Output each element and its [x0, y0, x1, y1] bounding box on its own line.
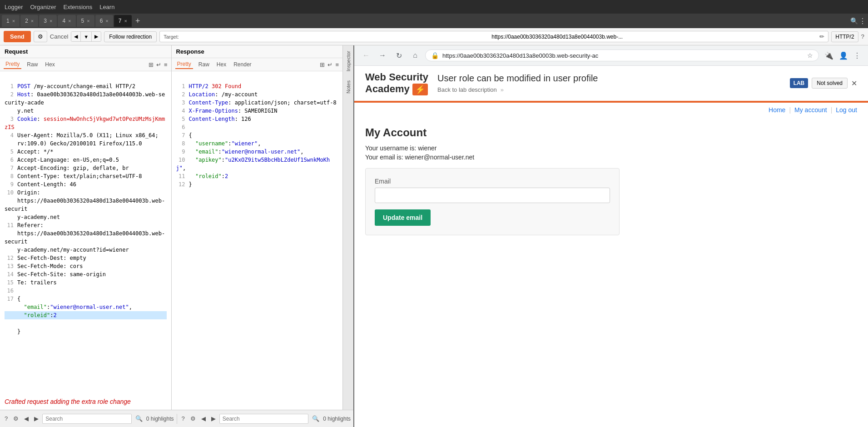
- url-text: https://0aae00b3036320a480d13a8e0003b.we…: [442, 52, 804, 59]
- nav-logger[interactable]: Logger: [5, 4, 23, 10]
- notes-tool[interactable]: Notes: [345, 77, 352, 97]
- request-content: 1POST /my-account/change-email HTTP/2 2H…: [0, 71, 171, 393]
- nav-organizer[interactable]: Organizer: [30, 4, 56, 10]
- browser-panel: ← → ↻ ⌂ 🔒 https://0aae00b3036320a480d13a…: [354, 45, 868, 427]
- username-info: Your username is: wiener: [365, 144, 857, 152]
- response-header: Response: [172, 45, 343, 58]
- nav-forward-button[interactable]: ▶: [92, 32, 101, 41]
- right-help-button[interactable]: ?: [180, 414, 187, 423]
- http-version-badge: HTTP/2: [831, 31, 858, 42]
- left-search-button[interactable]: 🔍: [134, 414, 144, 423]
- response-content: 1HTTP/2 302 Found 2Location: /my-account…: [172, 71, 343, 410]
- extensions-button[interactable]: 🔌: [823, 50, 835, 62]
- browser-back-button[interactable]: ←: [360, 49, 372, 62]
- request-toolbar: Send ⚙ Cancel ◀ ▼ ▶ Follow redirection T…: [0, 28, 868, 45]
- nav-down-button[interactable]: ▼: [81, 32, 92, 41]
- right-highlights-badge: 0 highlights: [323, 416, 351, 422]
- cancel-button[interactable]: Cancel: [50, 33, 68, 40]
- wsa-header: Web Security Academy ⚡ User role can be …: [354, 66, 868, 101]
- target-url-bar: Target: https://0aae00b3036320a480d13a8e…: [159, 31, 828, 42]
- nav-back-button[interactable]: ◀: [71, 32, 81, 41]
- browser-refresh-button[interactable]: ↻: [392, 49, 405, 62]
- nav-extensions[interactable]: Extensions: [64, 4, 93, 10]
- request-icon-grid[interactable]: ⊞: [149, 61, 154, 68]
- response-tab-raw[interactable]: Raw: [197, 60, 211, 69]
- wsa-main: My Account Your username is: wiener Your…: [354, 117, 868, 244]
- tab-more-icon[interactable]: ⋮: [859, 17, 866, 25]
- wsa-lab-title: User role can be modified in user profil…: [437, 73, 781, 84]
- update-email-form: Email Update email: [365, 168, 620, 235]
- request-icon-more[interactable]: ≡: [164, 61, 168, 68]
- response-tab-pretty[interactable]: Pretty: [175, 60, 193, 69]
- email-input[interactable]: [375, 188, 610, 203]
- wsa-logo-text-block: Web Security Academy ⚡: [365, 71, 428, 95]
- help-button[interactable]: ?: [861, 33, 864, 40]
- request-pane: Request Pretty Raw Hex ⊞ ↵ ≡ 1POST /my-a…: [0, 45, 172, 410]
- wsa-logo-line1: Web Security: [365, 71, 428, 83]
- menu-button[interactable]: ⋮: [852, 50, 863, 62]
- tab-6[interactable]: 6×: [95, 15, 113, 27]
- send-button[interactable]: Send: [4, 31, 31, 42]
- nav-my-account-link[interactable]: My account: [794, 106, 827, 114]
- nav-log-out-link[interactable]: Log out: [836, 106, 857, 114]
- right-search-input[interactable]: [219, 414, 309, 424]
- tab-7[interactable]: 7×: [114, 15, 132, 27]
- browser-chrome: ← → ↻ ⌂ 🔒 https://0aae00b3036320a480d13a…: [354, 45, 868, 66]
- left-back-button[interactable]: ◀: [22, 414, 30, 423]
- update-email-button[interactable]: Update email: [375, 209, 431, 226]
- response-icon-more[interactable]: ≡: [335, 61, 339, 68]
- nav-learn[interactable]: Learn: [99, 4, 114, 10]
- request-tab-raw[interactable]: Raw: [25, 60, 40, 69]
- left-forward-button[interactable]: ▶: [32, 414, 40, 423]
- tab-2[interactable]: 2×: [20, 15, 38, 27]
- right-search-button[interactable]: 🔍: [310, 414, 321, 423]
- left-search-input[interactable]: [42, 414, 132, 424]
- req-res-area: Request Pretty Raw Hex ⊞ ↵ ≡ 1POST /my-a…: [0, 45, 353, 410]
- browser-actions: 🔌 👤 ⋮: [823, 50, 863, 62]
- left-settings-button[interactable]: ⚙: [11, 414, 20, 423]
- follow-redirection-button[interactable]: Follow redirection: [104, 31, 157, 42]
- email-info: Your email is: wiener@normal-user.net: [365, 154, 857, 161]
- request-icon-wrap[interactable]: ↵: [156, 61, 161, 68]
- tab-search-icon[interactable]: 🔍: [850, 17, 858, 25]
- add-tab-button[interactable]: +: [133, 16, 143, 26]
- send-options-button[interactable]: ⚙: [34, 31, 47, 42]
- edit-target-button[interactable]: ✏: [819, 33, 824, 40]
- tab-4[interactable]: 4×: [58, 15, 75, 27]
- right-back-button[interactable]: ◀: [199, 414, 208, 423]
- right-settings-button[interactable]: ⚙: [188, 414, 198, 423]
- back-to-lab-link[interactable]: Back to lab description: [437, 86, 497, 93]
- response-icon-wrap[interactable]: ↵: [327, 61, 332, 68]
- lab-tag: LAB: [790, 78, 808, 88]
- left-highlights-badge: 0 highlights: [146, 416, 174, 422]
- right-forward-button[interactable]: ▶: [209, 414, 218, 423]
- response-tab-render[interactable]: Render: [232, 60, 253, 69]
- nav-home-link[interactable]: Home: [769, 106, 785, 114]
- request-tab-pretty[interactable]: Pretty: [4, 60, 21, 69]
- profile-button[interactable]: 👤: [837, 50, 850, 62]
- main-area: Request Pretty Raw Hex ⊞ ↵ ≡ 1POST /my-a…: [0, 45, 868, 427]
- request-header: Request: [0, 45, 171, 58]
- lock-icon: 🔒: [431, 52, 439, 59]
- response-icon-grid[interactable]: ⊞: [320, 61, 325, 68]
- side-tools: Inspector Notes: [342, 45, 353, 410]
- left-help-button[interactable]: ?: [3, 414, 10, 423]
- tab-1[interactable]: 1×: [2, 15, 20, 27]
- tab-3[interactable]: 3×: [39, 15, 57, 27]
- response-pane: Response Pretty Raw Hex Render ⊞ ↵ ≡ 1HT…: [172, 45, 343, 410]
- request-tab-hex[interactable]: Hex: [43, 60, 56, 69]
- close-lab-button[interactable]: ✕: [851, 79, 857, 88]
- response-tab-icons: ⊞ ↵ ≡: [320, 61, 339, 68]
- bookmark-icon[interactable]: ☆: [807, 52, 813, 59]
- inspector-tool[interactable]: Inspector: [345, 47, 352, 75]
- browser-home-button[interactable]: ⌂: [409, 49, 422, 62]
- tab-5[interactable]: 5×: [77, 15, 94, 27]
- request-tab-icons: ⊞ ↵ ≡: [149, 61, 168, 68]
- browser-forward-button[interactable]: →: [376, 49, 389, 62]
- target-url-text: https://0aae00b3036320a480d13a8e0044003b…: [491, 34, 817, 40]
- target-label: Target:: [164, 34, 489, 40]
- top-navigation: Logger Organizer Extensions Learn: [0, 0, 868, 14]
- address-bar[interactable]: 🔒 https://0aae00b3036320a480d13a8e0003b.…: [425, 50, 819, 61]
- wsa-lab-actions: Back to lab description »: [437, 86, 781, 93]
- response-tab-hex[interactable]: Hex: [215, 60, 228, 69]
